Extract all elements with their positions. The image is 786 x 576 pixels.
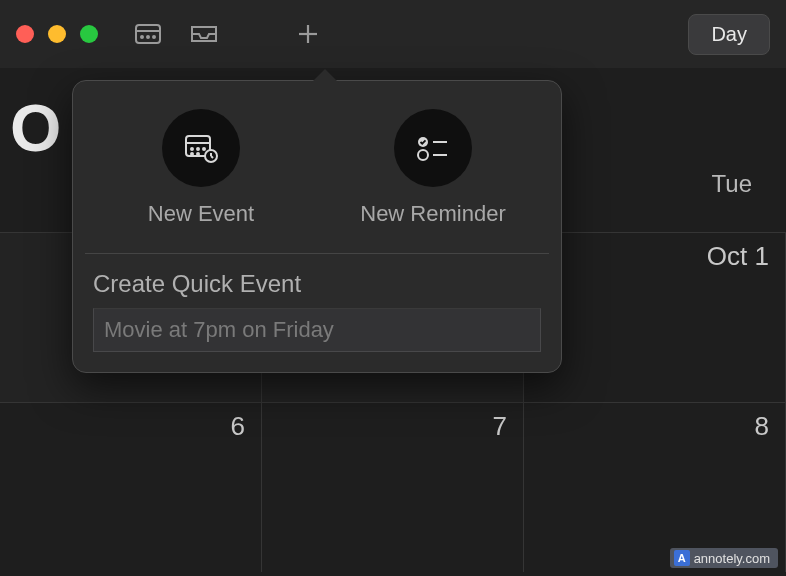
calendars-button[interactable] xyxy=(130,16,166,52)
calendar-cell[interactable]: 8 xyxy=(524,403,786,572)
fullscreen-window-button[interactable] xyxy=(80,25,98,43)
new-event-option[interactable]: New Event xyxy=(101,101,301,235)
svg-point-12 xyxy=(191,153,193,155)
annotely-logo-icon: A xyxy=(674,550,690,566)
new-reminder-option[interactable]: New Reminder xyxy=(333,101,533,235)
minimize-window-button[interactable] xyxy=(48,25,66,43)
close-window-button[interactable] xyxy=(16,25,34,43)
svg-point-19 xyxy=(418,150,428,160)
quick-event-section: Create Quick Event xyxy=(85,254,549,352)
svg-point-10 xyxy=(197,148,199,150)
date-number: 6 xyxy=(231,411,245,442)
calendar-cell[interactable]: Oct 1 xyxy=(524,233,786,402)
svg-point-2 xyxy=(141,36,143,38)
calendar-plus-icon xyxy=(183,132,219,164)
quick-event-input[interactable] xyxy=(93,308,541,352)
svg-line-16 xyxy=(211,156,213,158)
month-label-partial: O xyxy=(10,95,61,161)
svg-point-11 xyxy=(203,148,205,150)
day-view-button[interactable]: Day xyxy=(688,14,770,55)
date-number: 8 xyxy=(755,411,769,442)
new-reminder-circle xyxy=(394,109,472,187)
date-number: Oct 1 xyxy=(707,241,769,272)
watermark: A annotely.com xyxy=(670,548,778,568)
svg-point-4 xyxy=(153,36,155,38)
calendar-row: 6 7 8 xyxy=(0,402,786,572)
quick-event-heading: Create Quick Event xyxy=(93,270,541,298)
calendar-cell[interactable]: 7 xyxy=(262,403,524,572)
svg-rect-0 xyxy=(136,25,160,43)
plus-icon xyxy=(296,22,320,46)
new-event-circle xyxy=(162,109,240,187)
new-event-label: New Event xyxy=(148,201,254,227)
calendar-cell[interactable]: 6 xyxy=(0,403,262,572)
add-popover: New Event New Reminder Create Quick Even… xyxy=(72,80,562,373)
new-reminder-label: New Reminder xyxy=(360,201,506,227)
titlebar: Day xyxy=(0,0,786,68)
watermark-text: annotely.com xyxy=(694,551,770,566)
inbox-button[interactable] xyxy=(186,16,222,52)
window-controls xyxy=(16,25,98,43)
svg-point-9 xyxy=(191,148,193,150)
add-button[interactable] xyxy=(290,16,326,52)
weekday-heading: Tue xyxy=(712,170,752,198)
date-number: 7 xyxy=(493,411,507,442)
svg-point-13 xyxy=(197,153,199,155)
svg-point-3 xyxy=(147,36,149,38)
popover-option-row: New Event New Reminder xyxy=(85,101,549,254)
tray-icon xyxy=(189,22,219,46)
calendar-icon xyxy=(134,22,162,46)
reminder-list-icon xyxy=(415,134,451,162)
